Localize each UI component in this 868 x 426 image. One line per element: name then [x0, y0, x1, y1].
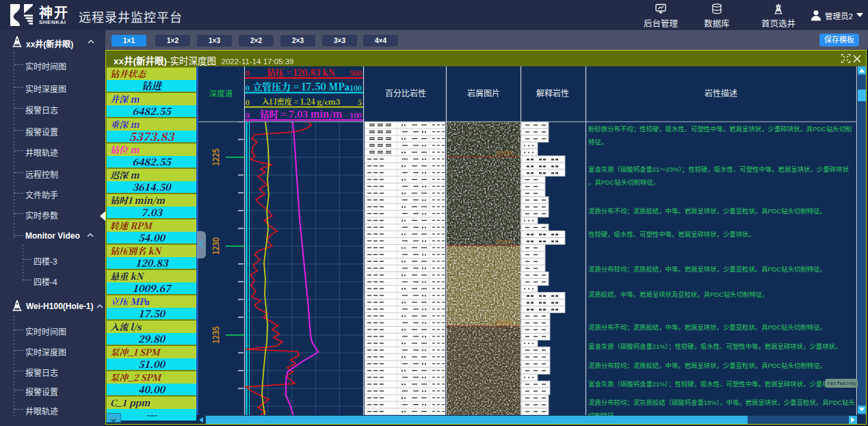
svg-text:岩屑图片: 岩屑图片 [467, 87, 500, 98]
svg-text:1230: 1230 [210, 237, 221, 255]
svg-text:5: 5 [358, 97, 362, 107]
svg-text:100: 100 [350, 83, 362, 93]
svg-text:1238.31: 1238.31 [496, 319, 513, 325]
svg-text:入口密度 = 1.24 g/cm3: 入口密度 = 1.24 g/cm3 [262, 96, 340, 107]
svg-text:0: 0 [246, 68, 250, 78]
svg-text:立管压力 = 17.50 MPa: 立管压力 = 17.50 MPa [252, 79, 349, 93]
svg-text:深度道: 深度道 [209, 88, 233, 98]
svg-text:钻压 = 120.83 kN: 钻压 = 120.83 kN [267, 66, 335, 79]
svg-text:岩性描述: 岩性描述 [705, 87, 737, 98]
svg-text:钻时 = 7.03 min/m: 钻时 = 7.03 min/m [260, 107, 342, 120]
svg-text:解释岩性: 解释岩性 [536, 87, 569, 98]
svg-text:百分比岩性: 百分比岩性 [385, 87, 426, 98]
svg-text:500: 500 [350, 68, 362, 78]
svg-text:1228.81: 1228.81 [496, 149, 513, 156]
svg-text:0: 0 [246, 97, 250, 107]
svg-text:1225: 1225 [210, 148, 221, 166]
svg-text:1233.81: 1233.81 [496, 238, 513, 245]
svg-text:1235: 1235 [210, 326, 221, 344]
svg-text:0: 0 [246, 83, 250, 93]
svg-text:0: 0 [246, 110, 250, 120]
svg-text:100: 100 [350, 110, 362, 120]
